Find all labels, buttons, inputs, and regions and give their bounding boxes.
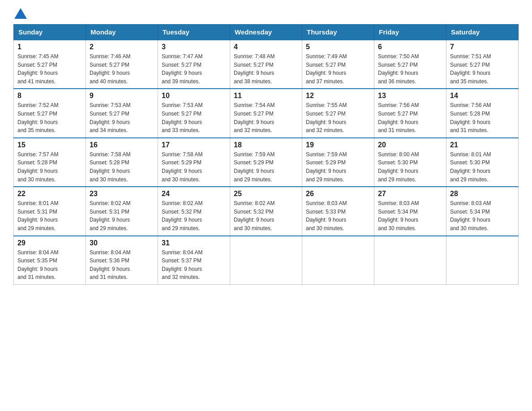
day-number: 8 <box>17 92 82 100</box>
calendar-cell: 17 Sunrise: 7:58 AMSunset: 5:29 PMDaylig… <box>158 138 230 187</box>
calendar-cell: 7 Sunrise: 7:51 AMSunset: 5:27 PMDayligh… <box>446 40 519 89</box>
day-info: Sunrise: 7:52 AMSunset: 5:27 PMDaylight:… <box>17 101 82 134</box>
day-header-saturday: Saturday <box>446 25 519 40</box>
day-info: Sunrise: 7:50 AMSunset: 5:27 PMDaylight:… <box>378 52 442 86</box>
day-number: 17 <box>162 141 226 149</box>
day-number: 15 <box>17 141 82 149</box>
calendar-cell: 3 Sunrise: 7:47 AMSunset: 5:27 PMDayligh… <box>158 40 230 89</box>
calendar-cell: 11 Sunrise: 7:54 AMSunset: 5:27 PMDaylig… <box>230 89 302 137</box>
day-number: 22 <box>17 190 82 198</box>
week-row-1: 1 Sunrise: 7:45 AMSunset: 5:27 PMDayligh… <box>14 40 519 89</box>
calendar-cell: 8 Sunrise: 7:52 AMSunset: 5:27 PMDayligh… <box>14 89 86 137</box>
day-header-sunday: Sunday <box>14 25 86 40</box>
day-number: 19 <box>306 141 370 149</box>
calendar-cell: 31 Sunrise: 8:04 AMSunset: 5:37 PMDaylig… <box>158 236 230 285</box>
day-info: Sunrise: 7:55 AMSunset: 5:27 PMDaylight:… <box>306 101 370 134</box>
calendar-cell <box>446 236 519 285</box>
day-number: 7 <box>450 43 515 51</box>
day-info: Sunrise: 8:04 AMSunset: 5:37 PMDaylight:… <box>162 248 226 282</box>
calendar-cell: 22 Sunrise: 8:01 AMSunset: 5:31 PMDaylig… <box>14 187 86 235</box>
calendar-cell: 29 Sunrise: 8:04 AMSunset: 5:35 PMDaylig… <box>14 236 86 285</box>
logo <box>13 9 28 20</box>
day-info: Sunrise: 8:01 AMSunset: 5:30 PMDaylight:… <box>450 150 515 184</box>
day-info: Sunrise: 8:02 AMSunset: 5:31 PMDaylight:… <box>90 199 154 232</box>
calendar-cell: 25 Sunrise: 8:02 AMSunset: 5:32 PMDaylig… <box>230 187 302 235</box>
day-header-monday: Monday <box>86 25 158 40</box>
calendar-cell: 9 Sunrise: 7:53 AMSunset: 5:27 PMDayligh… <box>86 89 158 137</box>
day-number: 20 <box>378 141 442 149</box>
day-number: 6 <box>378 43 442 51</box>
day-info: Sunrise: 7:47 AMSunset: 5:27 PMDaylight:… <box>162 52 226 86</box>
day-info: Sunrise: 7:56 AMSunset: 5:28 PMDaylight:… <box>450 101 515 134</box>
day-number: 31 <box>162 239 226 247</box>
calendar-cell: 16 Sunrise: 7:58 AMSunset: 5:28 PMDaylig… <box>86 138 158 187</box>
day-info: Sunrise: 7:46 AMSunset: 5:27 PMDaylight:… <box>90 52 154 86</box>
week-row-5: 29 Sunrise: 8:04 AMSunset: 5:35 PMDaylig… <box>14 236 519 285</box>
calendar-cell: 13 Sunrise: 7:56 AMSunset: 5:27 PMDaylig… <box>374 89 446 137</box>
day-number: 13 <box>378 92 442 100</box>
day-info: Sunrise: 7:48 AMSunset: 5:27 PMDaylight:… <box>234 52 298 86</box>
day-info: Sunrise: 7:59 AMSunset: 5:29 PMDaylight:… <box>234 150 298 184</box>
day-number: 21 <box>450 141 515 149</box>
day-info: Sunrise: 8:03 AMSunset: 5:34 PMDaylight:… <box>378 199 442 232</box>
week-row-3: 15 Sunrise: 7:57 AMSunset: 5:28 PMDaylig… <box>14 138 519 187</box>
calendar-cell: 15 Sunrise: 7:57 AMSunset: 5:28 PMDaylig… <box>14 138 86 187</box>
calendar-cell: 12 Sunrise: 7:55 AMSunset: 5:27 PMDaylig… <box>302 89 374 137</box>
day-info: Sunrise: 7:53 AMSunset: 5:27 PMDaylight:… <box>90 101 154 134</box>
day-number: 3 <box>162 43 226 51</box>
day-info: Sunrise: 7:49 AMSunset: 5:27 PMDaylight:… <box>306 52 370 86</box>
calendar-cell <box>230 236 302 285</box>
calendar-cell: 6 Sunrise: 7:50 AMSunset: 5:27 PMDayligh… <box>374 40 446 89</box>
day-info: Sunrise: 7:45 AMSunset: 5:27 PMDaylight:… <box>17 52 82 86</box>
days-header-row: SundayMondayTuesdayWednesdayThursdayFrid… <box>14 25 519 40</box>
day-number: 10 <box>162 92 226 100</box>
day-number: 30 <box>90 239 154 247</box>
week-row-4: 22 Sunrise: 8:01 AMSunset: 5:31 PMDaylig… <box>14 187 519 235</box>
day-number: 12 <box>306 92 370 100</box>
calendar-cell: 10 Sunrise: 7:53 AMSunset: 5:27 PMDaylig… <box>158 89 230 137</box>
week-row-2: 8 Sunrise: 7:52 AMSunset: 5:27 PMDayligh… <box>14 89 519 137</box>
day-number: 24 <box>162 190 226 198</box>
calendar-cell: 24 Sunrise: 8:02 AMSunset: 5:32 PMDaylig… <box>158 187 230 235</box>
day-info: Sunrise: 8:01 AMSunset: 5:31 PMDaylight:… <box>17 199 82 232</box>
day-info: Sunrise: 7:58 AMSunset: 5:28 PMDaylight:… <box>90 150 154 184</box>
day-info: Sunrise: 7:53 AMSunset: 5:27 PMDaylight:… <box>162 101 226 134</box>
day-number: 14 <box>450 92 515 100</box>
day-info: Sunrise: 7:56 AMSunset: 5:27 PMDaylight:… <box>378 101 442 134</box>
day-number: 27 <box>378 190 442 198</box>
calendar-table: SundayMondayTuesdayWednesdayThursdayFrid… <box>13 24 519 285</box>
day-info: Sunrise: 8:04 AMSunset: 5:36 PMDaylight:… <box>90 248 154 282</box>
day-info: Sunrise: 7:51 AMSunset: 5:27 PMDaylight:… <box>450 52 515 86</box>
calendar-cell: 4 Sunrise: 7:48 AMSunset: 5:27 PMDayligh… <box>230 40 302 89</box>
day-info: Sunrise: 7:57 AMSunset: 5:28 PMDaylight:… <box>17 150 82 184</box>
day-number: 23 <box>90 190 154 198</box>
day-number: 16 <box>90 141 154 149</box>
day-number: 11 <box>234 92 298 100</box>
day-info: Sunrise: 8:02 AMSunset: 5:32 PMDaylight:… <box>234 199 298 232</box>
calendar-cell <box>302 236 374 285</box>
day-number: 25 <box>234 190 298 198</box>
calendar-cell: 30 Sunrise: 8:04 AMSunset: 5:36 PMDaylig… <box>86 236 158 285</box>
calendar-cell: 5 Sunrise: 7:49 AMSunset: 5:27 PMDayligh… <box>302 40 374 89</box>
day-info: Sunrise: 8:03 AMSunset: 5:34 PMDaylight:… <box>450 199 515 232</box>
day-number: 2 <box>90 43 154 51</box>
day-number: 29 <box>17 239 82 247</box>
calendar-cell: 1 Sunrise: 7:45 AMSunset: 5:27 PMDayligh… <box>14 40 86 89</box>
calendar-cell: 19 Sunrise: 7:59 AMSunset: 5:29 PMDaylig… <box>302 138 374 187</box>
page-header <box>13 9 519 20</box>
day-info: Sunrise: 8:00 AMSunset: 5:30 PMDaylight:… <box>378 150 442 184</box>
calendar-cell: 18 Sunrise: 7:59 AMSunset: 5:29 PMDaylig… <box>230 138 302 187</box>
day-info: Sunrise: 7:58 AMSunset: 5:29 PMDaylight:… <box>162 150 226 184</box>
calendar-cell: 14 Sunrise: 7:56 AMSunset: 5:28 PMDaylig… <box>446 89 519 137</box>
day-number: 1 <box>17 43 82 51</box>
day-number: 9 <box>90 92 154 100</box>
day-header-friday: Friday <box>374 25 446 40</box>
day-info: Sunrise: 8:03 AMSunset: 5:33 PMDaylight:… <box>306 199 370 232</box>
day-header-thursday: Thursday <box>302 25 374 40</box>
logo-triangle-icon <box>14 8 27 19</box>
calendar-cell: 21 Sunrise: 8:01 AMSunset: 5:30 PMDaylig… <box>446 138 519 187</box>
day-number: 18 <box>234 141 298 149</box>
day-info: Sunrise: 7:54 AMSunset: 5:27 PMDaylight:… <box>234 101 298 134</box>
calendar-cell: 2 Sunrise: 7:46 AMSunset: 5:27 PMDayligh… <box>86 40 158 89</box>
day-header-wednesday: Wednesday <box>230 25 302 40</box>
